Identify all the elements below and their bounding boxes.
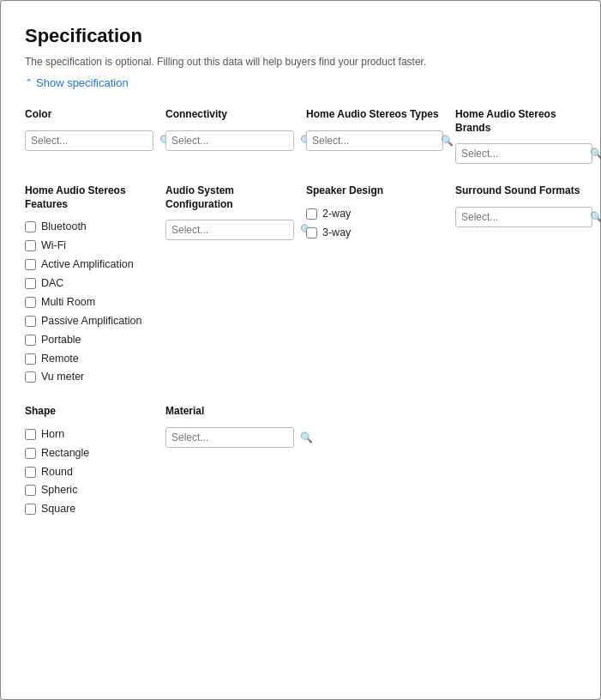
list-item[interactable]: 3-way: [306, 226, 443, 240]
list-item[interactable]: 2-way: [306, 207, 443, 221]
list-item[interactable]: Wi-Fi: [25, 238, 153, 253]
3way-checkbox[interactable]: [306, 227, 317, 238]
home-audio-brands-group: Home Audio Stereos Brands 🔍: [455, 108, 592, 164]
home-audio-types-group: Home Audio Stereos Types 🔍: [306, 108, 443, 164]
material-input[interactable]: [171, 431, 300, 444]
audio-config-group: Audio System Configuration 🔍: [165, 184, 294, 240]
home-audio-types-search-icon: 🔍: [441, 135, 454, 147]
list-item[interactable]: Remote: [25, 352, 153, 366]
list-item[interactable]: Vu meter: [25, 370, 153, 384]
list-item[interactable]: Square: [25, 502, 153, 516]
connectivity-group: Connectivity 🔍: [165, 108, 294, 164]
surround-sound-group: Surround Sound Formats 🔍: [455, 184, 592, 227]
wifi-checkbox[interactable]: [25, 240, 36, 251]
list-item[interactable]: Horn: [25, 427, 153, 442]
page-title: Specification: [25, 25, 576, 47]
list-item[interactable]: Bluetooth: [25, 220, 153, 234]
multi-room-checkbox[interactable]: [25, 297, 36, 308]
surround-sound-label: Surround Sound Formats: [455, 184, 592, 198]
home-audio-types-select[interactable]: 🔍: [306, 130, 443, 151]
speaker-design-group: Speaker Design 2-way 3-way: [306, 184, 443, 239]
square-checkbox[interactable]: [25, 504, 36, 515]
round-checkbox[interactable]: [25, 467, 36, 478]
list-item[interactable]: Spheric: [25, 483, 153, 498]
surround-sound-select[interactable]: 🔍: [455, 207, 592, 227]
row2-grid: Home Audio Stereos Features Bluetooth Wi…: [25, 184, 576, 384]
remote-checkbox[interactable]: [25, 353, 36, 365]
material-search-icon: 🔍: [300, 431, 313, 444]
audio-config-select[interactable]: 🔍: [165, 220, 294, 240]
home-audio-features-group: Home Audio Stereos Features Bluetooth Wi…: [25, 184, 153, 384]
vu-meter-checkbox[interactable]: [25, 371, 36, 383]
audio-config-input[interactable]: [171, 224, 300, 236]
page-subtitle: The specification is optional. Filling o…: [25, 56, 576, 68]
home-audio-brands-input[interactable]: [461, 148, 590, 160]
2way-checkbox[interactable]: [306, 208, 317, 220]
rectangle-checkbox[interactable]: [25, 448, 36, 459]
horn-checkbox[interactable]: [25, 429, 36, 440]
show-spec-label: Show specification: [36, 76, 129, 89]
shape-list: Horn Rectangle Round Spheric Square: [25, 427, 153, 516]
color-input[interactable]: [31, 135, 159, 147]
color-group: Color 🔍: [25, 108, 153, 164]
chevron-up-icon: ⌃: [25, 77, 33, 88]
home-audio-types-label: Home Audio Stereos Types: [306, 108, 443, 122]
material-select[interactable]: 🔍: [165, 427, 294, 448]
connectivity-input[interactable]: [171, 135, 300, 147]
color-label: Color: [25, 108, 153, 122]
shape-group: Shape Horn Rectangle Round Spheric Squar…: [25, 405, 153, 516]
list-item[interactable]: Round: [25, 465, 153, 480]
surround-sound-search-icon: 🔍: [590, 211, 601, 223]
home-audio-types-input[interactable]: [312, 135, 441, 147]
shape-label: Shape: [25, 405, 153, 419]
color-select[interactable]: 🔍: [25, 130, 153, 151]
portable-checkbox[interactable]: [25, 335, 36, 346]
home-audio-features-label: Home Audio Stereos Features: [25, 184, 153, 211]
show-specification-toggle[interactable]: ⌃ Show specification: [25, 76, 576, 89]
audio-config-label: Audio System Configuration: [165, 184, 294, 211]
home-audio-brands-search-icon: 🔍: [590, 148, 601, 160]
speaker-design-list: 2-way 3-way: [306, 207, 443, 240]
row1-grid: Color 🔍 Connectivity 🔍 Home Audio Stereo…: [25, 108, 576, 164]
home-audio-features-list: Bluetooth Wi-Fi Active Amplification DAC…: [25, 220, 153, 384]
list-item[interactable]: Multi Room: [25, 295, 153, 310]
row3-grid: Shape Horn Rectangle Round Spheric Squar…: [25, 405, 576, 516]
connectivity-label: Connectivity: [165, 108, 294, 122]
material-group: Material 🔍: [165, 405, 294, 516]
list-item[interactable]: Portable: [25, 333, 153, 347]
list-item[interactable]: Active Amplification: [25, 257, 153, 272]
list-item[interactable]: DAC: [25, 276, 153, 291]
list-item[interactable]: Rectangle: [25, 446, 153, 461]
home-audio-brands-select[interactable]: 🔍: [455, 143, 592, 164]
active-amplification-checkbox[interactable]: [25, 259, 36, 270]
speaker-design-label: Speaker Design: [306, 184, 443, 198]
material-label: Material: [165, 405, 294, 419]
bluetooth-checkbox[interactable]: [25, 221, 36, 232]
passive-amplification-checkbox[interactable]: [25, 316, 36, 327]
connectivity-select[interactable]: 🔍: [165, 130, 294, 151]
list-item[interactable]: Passive Amplification: [25, 314, 153, 329]
home-audio-brands-label: Home Audio Stereos Brands: [455, 108, 592, 135]
spheric-checkbox[interactable]: [25, 485, 36, 496]
surround-sound-input[interactable]: [461, 211, 590, 223]
specification-panel: Specification The specification is optio…: [0, 0, 601, 700]
dac-checkbox[interactable]: [25, 278, 36, 289]
